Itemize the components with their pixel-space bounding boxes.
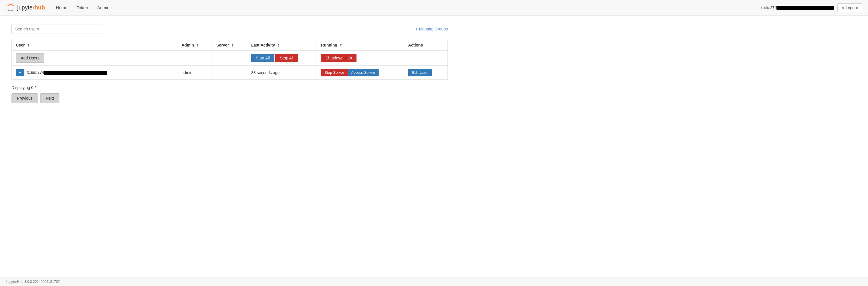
navbar-right: fc:uid:274 ⎆ Logout [761,3,862,12]
username: fc:uid:274 [27,70,107,75]
user-admin-cell: admin [177,66,212,80]
table-row: ▼ fc:uid:274 admin 38 seconds ago Stop S… [12,66,448,80]
col-header-last-activity: Last Activity ⇕ [247,40,317,51]
shutdown-hub-cell: Shutdown Hub [317,51,404,66]
redacted-username-cell [44,71,107,75]
col-header-actions: Actions [404,40,448,51]
main-content: > Manage Groups User ⇕ Admin ⇕ Server ⇕ … [0,16,459,109]
action-actions-cell [404,51,448,66]
user-sort-icon[interactable]: ⇕ [27,44,30,47]
user-dropdown-button[interactable]: ▼ [16,69,24,76]
user-name-cell: ▼ fc:uid:274 [12,66,177,80]
jupyter-logo-icon [6,3,16,12]
shutdown-hub-button[interactable]: Shutdown Hub [321,54,356,62]
col-header-user: User ⇕ [12,40,177,51]
user-running-cell: Stop Server Access Server [317,66,404,80]
stop-server-button[interactable]: Stop Server [321,68,348,76]
pagination-section: Displaying 0-1 Previous Next [11,85,448,103]
logged-in-user: fc:uid:274 [761,5,834,10]
logout-button[interactable]: ⎆ Logout [837,3,862,12]
action-server-cell [212,51,247,66]
running-buttons: Stop Server Access Server [321,68,400,76]
previous-button[interactable]: Previous [11,93,38,103]
user-activity-cell: 38 seconds ago [247,66,317,80]
table-header-row: User ⇕ Admin ⇕ Server ⇕ Last Activity ⇕ … [12,40,448,51]
table-header: User ⇕ Admin ⇕ Server ⇕ Last Activity ⇕ … [12,40,448,51]
add-users-cell: Add Users [12,51,177,66]
access-server-button[interactable]: Access Server [348,68,379,76]
running-sort-icon[interactable]: ⇕ [340,44,342,47]
search-row: > Manage Groups [11,24,448,34]
nav-token[interactable]: Token [73,3,92,12]
user-server-cell [212,66,247,80]
stop-all-button[interactable]: Stop All [275,54,298,62]
server-sort-icon[interactable]: ⇕ [231,44,234,47]
admin-sort-icon[interactable]: ⇕ [196,44,199,47]
start-stop-all-cell: Start All Stop All [247,51,317,66]
brand-jupyter-text: jupyter [17,4,34,11]
nav-admin[interactable]: Admin [93,3,114,12]
nav-home[interactable]: Home [52,3,71,12]
redacted-username-bar [776,6,834,10]
col-header-running: Running ⇕ [317,40,404,51]
displaying-text: Displaying 0-1 [11,85,448,90]
user-cell: ▼ fc:uid:274 [16,69,173,76]
table-body: Add Users Start All Stop All Shutdown Hu… [12,51,448,80]
manage-groups-link[interactable]: > Manage Groups [415,27,448,31]
navbar: jupyterhub Home Token Admin fc:uid:274 ⎆… [0,0,868,16]
nav-links: Home Token Admin [52,3,761,12]
brand-hub-text: hub [34,4,45,11]
next-button[interactable]: Next [40,93,59,103]
search-input[interactable] [11,24,103,34]
action-admin-cell [177,51,212,66]
activity-sort-icon[interactable]: ⇕ [277,44,280,47]
pagination-buttons: Previous Next [11,93,448,103]
users-table: User ⇕ Admin ⇕ Server ⇕ Last Activity ⇕ … [11,39,448,80]
col-header-admin: Admin ⇕ [177,40,212,51]
edit-user-button[interactable]: Edit User [408,68,431,76]
logout-icon: ⎆ [842,5,844,10]
brand-logo-link[interactable]: jupyterhub [6,3,45,12]
start-all-button[interactable]: Start All [251,54,274,62]
action-row: Add Users Start All Stop All Shutdown Hu… [12,51,448,66]
user-actions-cell: Edit User [404,66,448,80]
col-header-server: Server ⇕ [212,40,247,51]
add-users-button[interactable]: Add Users [16,53,44,63]
